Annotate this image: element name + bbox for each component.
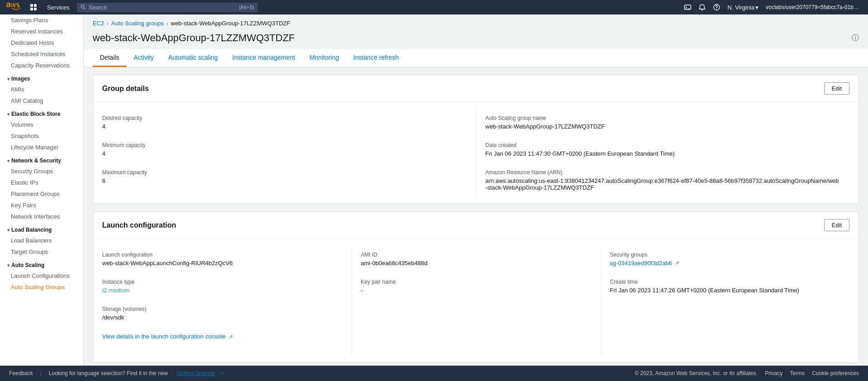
search-bar: [Alt+S] bbox=[77, 3, 258, 12]
grid-icon-button[interactable] bbox=[27, 2, 40, 13]
group-details-edit-button[interactable]: Edit bbox=[824, 82, 849, 95]
minimum-capacity-label: Minimum capacity bbox=[102, 142, 467, 148]
asg-name-label: Auto Scaling group name bbox=[486, 115, 841, 121]
group-details-title: Group details bbox=[102, 85, 149, 93]
account-label[interactable]: voclabs/user2070779=5fabcc7a-01b0-11eb-9… bbox=[763, 2, 863, 12]
search-shortcut: [Alt+S] bbox=[239, 5, 254, 10]
sidebar-item-security-groups[interactable]: Security Groups bbox=[0, 166, 83, 177]
sidebar-section-ebs[interactable]: Elastic Block Store bbox=[0, 106, 83, 119]
launch-config-edit-button[interactable]: Edit bbox=[824, 219, 849, 231]
unified-settings-link[interactable]: Unified Settings bbox=[177, 370, 215, 376]
sidebar-section-images[interactable]: Images bbox=[0, 71, 83, 84]
sidebar-section-lb[interactable]: Load Balancing bbox=[0, 222, 83, 235]
storage-value: /dev/sdk bbox=[102, 314, 342, 321]
svg-point-4 bbox=[81, 5, 84, 8]
tab-activity[interactable]: Activity bbox=[127, 49, 161, 67]
tab-monitoring[interactable]: Monitoring bbox=[302, 49, 346, 67]
search-input[interactable] bbox=[89, 4, 236, 11]
help-button[interactable] bbox=[710, 2, 723, 13]
minimum-capacity-value: 4 bbox=[102, 150, 467, 157]
desired-capacity-value: 4 bbox=[102, 123, 467, 130]
breadcrumb-sep-1: › bbox=[107, 21, 108, 26]
cookie-preferences-link[interactable]: Cookie preferences bbox=[812, 370, 859, 376]
sidebar-item-launch-configurations[interactable]: Launch Configurations bbox=[0, 270, 83, 281]
terms-link[interactable]: Terms bbox=[790, 370, 805, 376]
sidebar-item-network-interfaces[interactable]: Network Interfaces bbox=[0, 211, 83, 222]
security-groups-value[interactable]: sg-03419aed90f3d2ab6 bbox=[610, 260, 672, 267]
info-icon[interactable]: ⓘ bbox=[852, 33, 859, 43]
top-navigation: Services [Alt+S] bbox=[0, 0, 868, 14]
ami-id-label: AMI ID bbox=[361, 252, 591, 258]
group-details-card: Group details Edit Desired capacity 4 Mi… bbox=[93, 75, 859, 204]
sidebar-item-dedicated-hosts[interactable]: Dedicated Hosts bbox=[0, 37, 83, 48]
notifications-button[interactable] bbox=[696, 2, 708, 13]
sidebar-item-scheduled-instances[interactable]: Scheduled Instances bbox=[0, 48, 83, 60]
svg-point-9 bbox=[716, 9, 717, 10]
instance-type-value: t2.medium bbox=[102, 287, 342, 294]
sidebar-item-lifecycle-manager[interactable]: Lifecycle Manager bbox=[0, 142, 83, 153]
tab-automatic-scaling[interactable]: Automatic scaling bbox=[161, 49, 225, 67]
sidebar-section-network[interactable]: Network & Security bbox=[0, 153, 83, 166]
group-details-header: Group details Edit bbox=[93, 75, 859, 102]
svg-rect-1 bbox=[34, 4, 37, 7]
sidebar-item-placement-groups[interactable]: Placement Groups bbox=[0, 188, 83, 200]
sidebar-item-volumes[interactable]: Volumes bbox=[0, 119, 83, 130]
desired-capacity-label: Desired capacity bbox=[102, 115, 467, 121]
sidebar-item-target-groups[interactable]: Target Groups bbox=[0, 246, 83, 257]
search-icon bbox=[80, 4, 86, 10]
sidebar-item-load-balancers[interactable]: Load Balancers bbox=[0, 235, 83, 246]
launch-config-col1: Launch configuration web-stack-WebAppLau… bbox=[102, 246, 351, 355]
date-created-label: Date created bbox=[486, 142, 841, 148]
footer-left: Feedback | Looking for language selectio… bbox=[9, 370, 224, 376]
view-details-item: View details in the launch configuration… bbox=[102, 328, 351, 355]
launch-config-title: Launch configuration bbox=[102, 221, 176, 229]
sidebar-item-capacity-reservations[interactable]: Capacity Reservations bbox=[0, 60, 83, 71]
asg-name-item: Auto Scaling group name web-stack-WebApp… bbox=[486, 110, 850, 137]
footer-right: © 2023, Amazon Web Services, Inc. or its… bbox=[635, 370, 859, 376]
arn-item: Amazon Resource Name (ARN) arn:aws:autos… bbox=[486, 164, 850, 196]
tab-instance-management[interactable]: Instance management bbox=[225, 49, 302, 67]
ami-id-item: AMI ID ami-0b0ea68c435eb488d bbox=[361, 246, 600, 273]
sidebar-item-savings-plans[interactable]: Savings Plans bbox=[0, 14, 83, 26]
sidebar-item-auto-scaling-groups[interactable]: Auto Scaling Groups bbox=[0, 281, 83, 293]
sidebar-item-amis[interactable]: AMIs bbox=[0, 84, 83, 95]
sidebar-item-snapshots[interactable]: Snapshots bbox=[0, 130, 83, 142]
tab-details[interactable]: Details bbox=[93, 49, 127, 67]
ami-id-value: ami-0b0ea68c435eb488d bbox=[361, 260, 591, 267]
launch-config-card: Launch configuration Edit Launch configu… bbox=[93, 211, 859, 362]
region-selector[interactable]: N. Virginia ▾ bbox=[725, 2, 761, 13]
launch-config-col2: AMI ID ami-0b0ea68c435eb488d Key pair na… bbox=[351, 246, 600, 355]
sidebar-item-elastic-ips[interactable]: Elastic IPs bbox=[0, 177, 83, 188]
create-time-value: Fri Jan 06 2023 11:47:26 GMT+0200 (Easte… bbox=[610, 287, 840, 294]
sidebar-item-key-pairs[interactable]: Key Pairs bbox=[0, 200, 83, 211]
main-content: EC2 › Auto Scaling groups › web-stack-We… bbox=[84, 14, 868, 381]
breadcrumb-ec2[interactable]: EC2 bbox=[93, 20, 104, 27]
svg-rect-2 bbox=[30, 8, 33, 10]
services-label: Services bbox=[47, 4, 70, 11]
launch-config-col3: Security groups sg-03419aed90f3d2ab6 ↗ C… bbox=[600, 246, 849, 355]
create-time-item: Create time Fri Jan 06 2023 11:47:26 GMT… bbox=[610, 273, 849, 300]
sidebar-section-autoscaling[interactable]: Auto Scaling bbox=[0, 257, 83, 270]
view-details-link[interactable]: View details in the launch configuration… bbox=[102, 333, 226, 340]
privacy-link[interactable]: Privacy bbox=[765, 370, 783, 376]
sidebar-item-reserved-instances[interactable]: Reserved Instances bbox=[0, 26, 83, 37]
cloud-shell-icon bbox=[684, 4, 691, 11]
create-time-label: Create time bbox=[610, 279, 840, 285]
services-button[interactable]: Services bbox=[43, 2, 73, 13]
tab-instance-refresh[interactable]: Instance refresh bbox=[346, 49, 406, 67]
region-arrow: ▾ bbox=[755, 4, 759, 11]
feedback-label[interactable]: Feedback bbox=[9, 370, 33, 376]
breadcrumb-asg[interactable]: Auto Scaling groups bbox=[111, 20, 164, 27]
page-title: web-stack-WebAppGroup-17LZZMWQ3TDZF bbox=[93, 32, 295, 44]
bell-icon bbox=[698, 4, 706, 11]
cloud-shell-button[interactable] bbox=[681, 2, 694, 13]
date-created-item: Date created Fri Jan 06 2023 11:47:30 GM… bbox=[486, 137, 850, 164]
sidebar-item-ami-catalog[interactable]: AMI Catalog bbox=[0, 95, 83, 106]
key-pair-item: Key pair name - bbox=[361, 273, 600, 300]
date-created-value: Fri Jan 06 2023 11:47:30 GMT+0200 (Easte… bbox=[486, 150, 841, 157]
svg-rect-0 bbox=[30, 4, 33, 7]
breadcrumb-sep-2: › bbox=[166, 21, 168, 26]
unified-settings-icon: ↗ bbox=[220, 371, 224, 376]
aws-logo[interactable] bbox=[5, 2, 24, 13]
launch-config-name-item: Launch configuration web-stack-WebAppLau… bbox=[102, 246, 351, 273]
